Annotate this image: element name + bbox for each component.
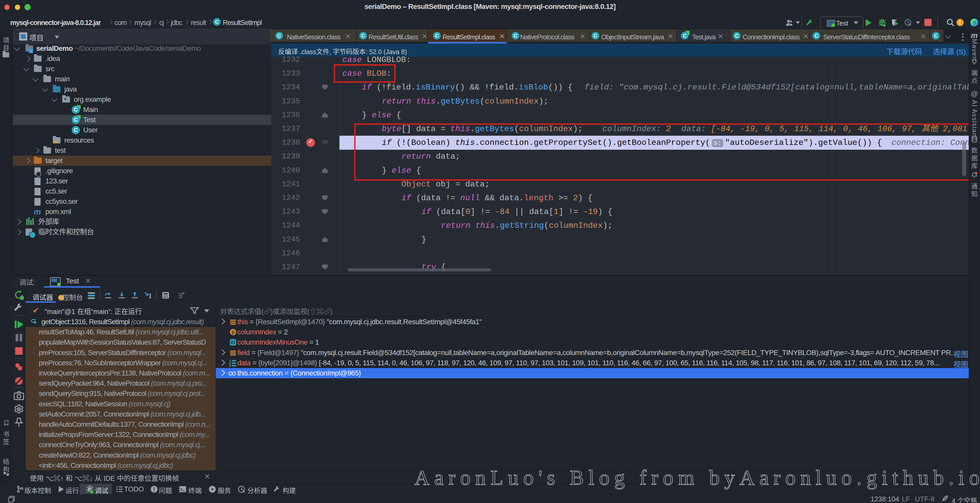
svg-text:p: p — [232, 330, 234, 335]
svg-text:3: 3 — [229, 364, 231, 367]
svg-text:01: 01 — [231, 340, 235, 344]
